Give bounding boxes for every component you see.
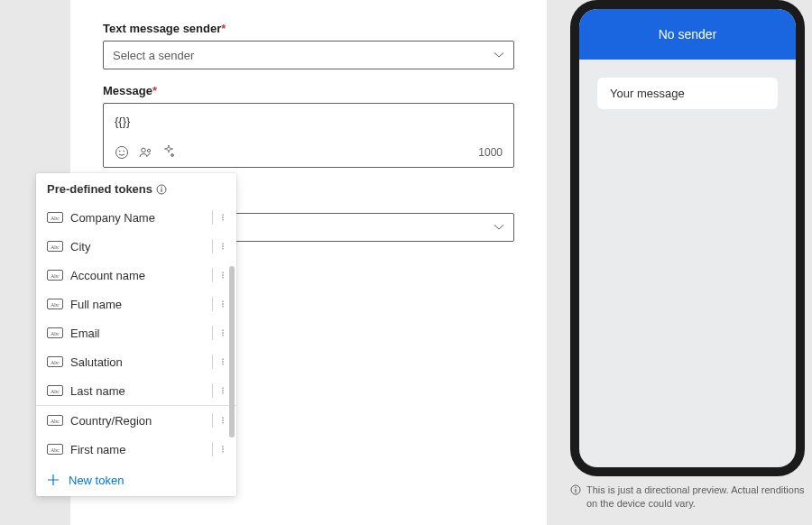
token-item[interactable]: AbcFirst name xyxy=(36,435,236,464)
sender-label: Text message sender* xyxy=(103,22,514,35)
phone-body: Your message xyxy=(579,60,796,467)
svg-text:Abc: Abc xyxy=(51,360,60,365)
token-item[interactable]: AbcSalutation xyxy=(36,347,236,376)
text-field-icon: Abc xyxy=(47,356,63,367)
svg-point-25 xyxy=(222,300,223,301)
svg-text:Abc: Abc xyxy=(51,419,60,424)
svg-point-20 xyxy=(222,272,223,272)
svg-point-51 xyxy=(222,448,223,449)
text-field-icon: Abc xyxy=(47,299,63,309)
token-item[interactable]: AbcCity xyxy=(36,232,236,261)
token-actions xyxy=(212,442,229,456)
svg-point-21 xyxy=(222,274,223,275)
token-actions xyxy=(212,383,229,398)
token-actions xyxy=(212,326,229,340)
svg-point-42 xyxy=(222,392,223,393)
svg-point-46 xyxy=(222,419,223,420)
token-item[interactable]: AbcCountry/Region xyxy=(36,406,236,435)
token-label: First name xyxy=(70,443,205,456)
message-bubble: Your message xyxy=(597,78,778,109)
plus-icon xyxy=(47,474,60,486)
sender-select[interactable]: Select a sender xyxy=(103,41,514,69)
svg-point-50 xyxy=(222,446,223,447)
token-item[interactable]: AbcEmail xyxy=(36,318,236,347)
svg-text:Abc: Abc xyxy=(51,447,60,453)
token-item[interactable]: AbcAccount name xyxy=(36,261,236,290)
token-item[interactable]: AbcFull name xyxy=(36,290,236,318)
emoji-icon[interactable] xyxy=(115,145,129,160)
token-label: City xyxy=(70,240,205,253)
svg-text:Abc: Abc xyxy=(51,302,60,308)
more-icon[interactable] xyxy=(217,414,229,427)
svg-point-41 xyxy=(222,390,223,391)
svg-text:Abc: Abc xyxy=(51,216,60,221)
phone-screen: No sender Your message xyxy=(579,9,796,467)
tokens-header: Pre-defined tokens xyxy=(36,173,236,203)
text-field-icon: Abc xyxy=(47,415,63,426)
sender-placeholder: Select a sender xyxy=(113,49,194,62)
token-label: Last name xyxy=(70,384,205,398)
scrollbar-thumb[interactable] xyxy=(229,266,235,438)
more-icon[interactable] xyxy=(217,211,229,224)
token-label: Salutation xyxy=(70,355,205,369)
token-label: Company Name xyxy=(70,211,205,225)
more-icon[interactable] xyxy=(217,298,229,310)
svg-point-36 xyxy=(222,361,223,362)
more-icon[interactable] xyxy=(217,384,229,397)
svg-point-15 xyxy=(222,243,223,244)
text-field-icon: Abc xyxy=(47,327,63,338)
message-label: Message* xyxy=(103,84,514,97)
text-field-icon: Abc xyxy=(47,444,63,455)
svg-point-11 xyxy=(222,216,223,217)
svg-point-37 xyxy=(222,364,223,364)
svg-point-10 xyxy=(222,214,223,215)
svg-point-4 xyxy=(147,149,150,152)
svg-point-6 xyxy=(161,186,161,187)
svg-point-17 xyxy=(222,248,223,249)
more-icon[interactable] xyxy=(217,327,229,339)
token-item[interactable]: AbcCompany Name xyxy=(36,203,236,232)
token-label: Email xyxy=(70,327,205,340)
svg-point-22 xyxy=(222,277,223,278)
info-icon xyxy=(570,484,581,495)
svg-point-31 xyxy=(222,332,223,333)
token-actions xyxy=(212,268,229,282)
message-textarea[interactable]: {{}} xyxy=(104,104,513,142)
new-token-label: New token xyxy=(69,474,124,487)
char-count: 1000 xyxy=(478,146,503,159)
token-actions xyxy=(212,413,229,428)
svg-point-3 xyxy=(142,148,146,152)
svg-point-45 xyxy=(222,417,223,418)
more-icon[interactable] xyxy=(217,443,229,456)
svg-point-47 xyxy=(222,422,223,423)
new-token-button[interactable]: New token xyxy=(36,464,236,496)
svg-point-54 xyxy=(575,487,576,488)
svg-text:Abc: Abc xyxy=(51,273,60,279)
token-item[interactable]: AbcLast name xyxy=(36,376,236,405)
more-icon[interactable] xyxy=(217,269,229,281)
sparkle-icon[interactable] xyxy=(161,145,176,160)
text-field-icon: Abc xyxy=(47,212,63,223)
svg-point-35 xyxy=(222,358,223,359)
svg-text:Abc: Abc xyxy=(51,331,60,336)
svg-point-52 xyxy=(222,451,223,452)
message-toolbar: 1000 xyxy=(104,142,513,167)
svg-text:Abc: Abc xyxy=(51,389,60,394)
token-actions xyxy=(212,355,229,369)
svg-rect-55 xyxy=(575,489,576,493)
phone-preview-frame: No sender Your message xyxy=(570,0,805,476)
token-actions xyxy=(212,297,229,311)
svg-point-26 xyxy=(222,303,223,304)
chevron-down-icon xyxy=(494,50,504,60)
token-label: Full name xyxy=(70,298,205,311)
svg-point-40 xyxy=(222,387,223,388)
people-icon[interactable] xyxy=(138,145,152,160)
svg-point-16 xyxy=(222,245,223,246)
more-icon[interactable] xyxy=(217,355,229,368)
info-icon[interactable] xyxy=(156,184,167,195)
token-actions xyxy=(212,239,229,253)
message-box: {{}} 1000 xyxy=(103,103,514,168)
text-field-icon: Abc xyxy=(47,385,63,396)
more-icon[interactable] xyxy=(217,240,229,253)
phone-header: No sender xyxy=(579,9,796,60)
